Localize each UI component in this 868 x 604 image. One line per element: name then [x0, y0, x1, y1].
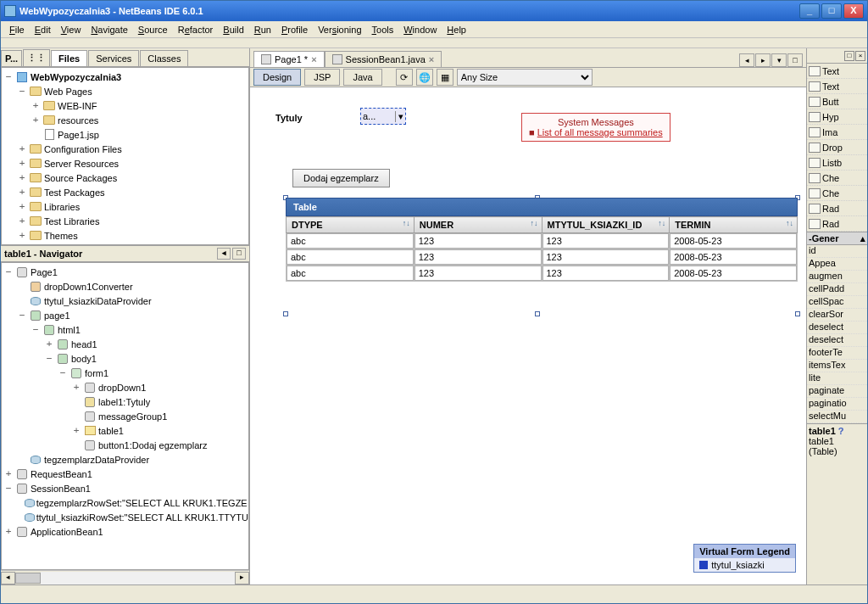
cell-input[interactable] [415, 266, 542, 281]
menu-versioning[interactable]: Versioning [313, 23, 366, 36]
tab-classes[interactable]: Classes [140, 50, 188, 66]
palette-item[interactable]: Che [807, 171, 867, 186]
property-row[interactable]: Appea [807, 258, 867, 271]
nav-head1[interactable]: +head1 [3, 337, 247, 351]
property-row[interactable]: itemsTex [807, 360, 867, 372]
cell-input[interactable] [287, 249, 414, 265]
scroll-left-icon[interactable]: ◂ [1, 572, 15, 584]
property-row[interactable]: cellPadd [807, 283, 867, 296]
tree-config[interactable]: +Configuration Files [3, 142, 247, 156]
sort-icon[interactable]: ↑↓ [786, 219, 793, 227]
editor-tab-page1[interactable]: Page1 *× [253, 51, 325, 67]
property-row[interactable]: deselect [807, 334, 867, 347]
nav-dataprov[interactable]: ttytul_ksiazkiDataProvider [3, 294, 247, 308]
preview-icon[interactable]: 🌐 [416, 69, 433, 86]
cell-input[interactable] [542, 266, 670, 281]
cell-input[interactable] [287, 266, 414, 281]
menu-help[interactable]: Help [442, 23, 471, 36]
property-row[interactable]: selectMu [807, 411, 867, 423]
tree-srcpkg[interactable]: +Source Packages [3, 171, 247, 185]
tab-dots[interactable]: ⋮⋮ [23, 49, 50, 66]
nav-page1c[interactable]: −page1 [3, 308, 247, 322]
nav-form1[interactable]: −form1 [3, 366, 247, 380]
nav-msggroup[interactable]: messageGroup1 [3, 409, 247, 423]
nav-close-icon[interactable]: □ [232, 248, 246, 260]
property-row[interactable]: augmen [807, 271, 867, 283]
menu-file[interactable]: File [4, 23, 30, 36]
properties-header[interactable]: - Gener ▴ [807, 232, 867, 245]
property-row[interactable]: deselect [807, 322, 867, 334]
col-termin[interactable]: TERMIN↑↓ [670, 217, 798, 233]
col-dtype[interactable]: DTYPE↑↓ [287, 217, 415, 233]
menu-refactor[interactable]: Refactor [173, 23, 219, 36]
table1-component[interactable]: Table DTYPE↑↓ NUMER↑↓ MTYTUL_KSIAZKI_ID↑… [286, 198, 798, 282]
sort-icon[interactable]: ↑↓ [658, 219, 665, 227]
sort-icon[interactable]: ↑↓ [531, 219, 538, 227]
system-messages-box[interactable]: System Messages ■ List of all message su… [521, 113, 670, 142]
property-row[interactable]: cellSpac [807, 296, 867, 309]
nav-html1[interactable]: −html1 [3, 322, 247, 337]
selection-handle[interactable] [283, 311, 288, 316]
nav-table1[interactable]: +table1 [3, 423, 247, 438]
property-row[interactable]: lite [807, 372, 867, 385]
nav-page1[interactable]: −Page1 [3, 265, 247, 279]
col-numer[interactable]: NUMER↑↓ [414, 217, 542, 233]
menu-view[interactable]: View [56, 23, 86, 36]
palette-item[interactable]: Che [807, 186, 867, 201]
nav-reqbean[interactable]: +RequestBean1 [3, 467, 247, 481]
property-row[interactable]: id [807, 245, 867, 258]
property-row[interactable]: footerTe [807, 347, 867, 360]
tree-testpkg[interactable]: +Test Packages [3, 185, 247, 199]
cell-input[interactable] [415, 233, 542, 249]
tab-files[interactable]: Files [51, 50, 87, 66]
size-select[interactable]: Any Size [457, 69, 593, 86]
left-scrollbar[interactable]: ◂ ▸ [1, 570, 249, 584]
palette-item[interactable]: Ima [807, 125, 867, 140]
maximize-button[interactable]: □ [821, 3, 842, 19]
menu-profile[interactable]: Profile [276, 23, 313, 36]
cell-input[interactable] [670, 266, 797, 281]
tree-webpages[interactable]: −Web Pages [3, 84, 247, 98]
close-button[interactable]: X [843, 3, 864, 19]
nav-sessbean[interactable]: −SessionBean1 [3, 481, 247, 495]
editor-tab-sessionbean[interactable]: SessionBean1.java× [325, 51, 442, 67]
col-mtytul[interactable]: MTYTUL_KSIAZKI_ID↑↓ [542, 217, 670, 233]
tab-services[interactable]: Services [88, 50, 139, 66]
cell-input[interactable] [542, 233, 670, 249]
nav-rowset1[interactable]: tegzemplarzRowSet:"SELECT ALL KRUK1.TEGZ… [3, 495, 247, 510]
nav-fwd-icon[interactable]: ▸ [755, 53, 771, 67]
msg-summaries-link[interactable]: List of all message summaries [537, 127, 663, 137]
dodaj-button[interactable]: Dodaj egzemplarz [292, 169, 390, 187]
nav-pin-icon[interactable]: ◂ [217, 248, 231, 260]
palette-item[interactable]: Rad [807, 201, 867, 216]
dropdown1-component[interactable]: a...▾ [360, 108, 406, 125]
close-tab-icon[interactable]: × [311, 54, 316, 64]
property-row[interactable]: clearSor [807, 309, 867, 322]
tree-themes[interactable]: +Themes [3, 228, 247, 243]
nav-button1[interactable]: button1:Dodaj egzemplarz [3, 438, 247, 452]
nav-max-icon[interactable]: □ [787, 53, 803, 67]
cell-input[interactable] [670, 249, 797, 265]
sort-icon[interactable]: ↑↓ [403, 219, 410, 227]
palette-item[interactable]: Butt [807, 94, 867, 109]
scroll-right-icon[interactable]: ▸ [235, 572, 249, 584]
property-row[interactable]: paginate [807, 385, 867, 398]
tree-root[interactable]: −WebWypozyczalnia3 [3, 70, 247, 84]
panel-close-icon[interactable]: × [855, 51, 865, 61]
nav-ddconv[interactable]: dropDown1Converter [3, 279, 247, 294]
panel-min-icon[interactable]: □ [844, 51, 854, 61]
view-design-button[interactable]: Design [253, 69, 301, 86]
view-jsp-button[interactable]: JSP [304, 69, 340, 86]
palette-item[interactable]: Listb [807, 155, 867, 171]
nav-tegzprov[interactable]: tegzemplarzDataProvider [3, 452, 247, 467]
close-tab-icon[interactable]: × [429, 54, 434, 64]
palette-item[interactable]: Drop [807, 140, 867, 155]
design-canvas[interactable]: Tytuly a...▾ System Messages ■ List of a… [250, 87, 806, 584]
palette-item[interactable]: Hyp [807, 109, 867, 125]
palette-item[interactable]: Text [807, 64, 867, 79]
refresh-icon[interactable]: ⟳ [396, 69, 413, 86]
tree-resources[interactable]: +resources [3, 113, 247, 127]
cell-input[interactable] [287, 233, 414, 249]
cell-input[interactable] [670, 233, 797, 249]
tab-projects[interactable]: P... [1, 50, 22, 66]
